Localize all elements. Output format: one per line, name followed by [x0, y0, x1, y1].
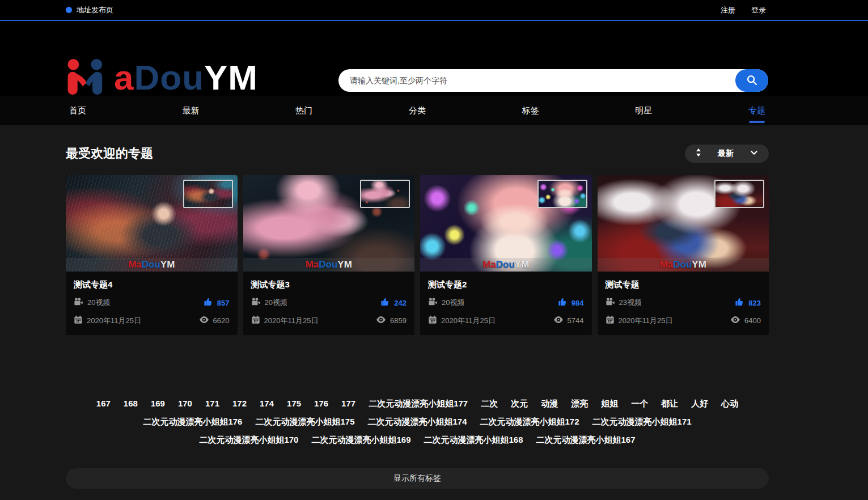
- tag-link[interactable]: 二次: [481, 399, 498, 409]
- logo-text-dou: Dou: [134, 58, 204, 97]
- topic-date: 2020年11月25日: [264, 316, 319, 326]
- sort-selected-label: 最新: [718, 149, 734, 159]
- logo-text-ym: YM: [204, 58, 258, 97]
- logo-text-a: a: [114, 58, 134, 97]
- site-logo[interactable]: aDouYM: [64, 58, 258, 95]
- video-count: 23视频: [619, 298, 642, 308]
- chevron-down-icon: [748, 148, 760, 159]
- tag-link[interactable]: 176: [314, 399, 328, 409]
- topic-title[interactable]: 测试专题: [606, 279, 761, 290]
- tag-link[interactable]: 一个: [631, 399, 648, 409]
- thumb-up-icon[interactable]: [735, 297, 744, 308]
- topic-card[interactable]: MaDouYM测试专题420视频8572020年11月25日6620: [66, 175, 238, 335]
- nav-item[interactable]: 标签: [519, 98, 543, 124]
- nav-item[interactable]: 分类: [405, 98, 429, 124]
- nav-item[interactable]: 明星: [632, 98, 655, 124]
- watermark-ym: YM: [692, 259, 706, 270]
- view-count: 6400: [744, 316, 761, 325]
- cover-pip-thumbnail-icon: [183, 180, 233, 208]
- movie-camera-icon: [428, 298, 438, 308]
- thumb-up-icon[interactable]: [380, 297, 390, 308]
- tag-link[interactable]: 人好: [691, 399, 708, 409]
- like-count: 857: [217, 299, 230, 307]
- tag-link[interactable]: 二次元动漫漂亮小姐姐168: [424, 435, 523, 446]
- topbar: 地址发布页 注册 登录: [0, 0, 868, 21]
- cover-pip-thumbnail-icon: [360, 180, 410, 208]
- watermark-dou: Dou: [142, 259, 160, 270]
- tag-link[interactable]: 动漫: [541, 399, 558, 409]
- calendar-icon: [74, 315, 83, 326]
- watermark-ma: Ma: [660, 259, 674, 270]
- eye-icon: [730, 316, 740, 325]
- login-link[interactable]: 登录: [751, 5, 766, 15]
- search-input[interactable]: [338, 69, 768, 92]
- topic-title[interactable]: 测试专题3: [251, 279, 407, 290]
- sort-dropdown[interactable]: 最新: [685, 145, 769, 163]
- topic-title[interactable]: 测试专题2: [428, 279, 584, 290]
- tag-link[interactable]: 二次元动漫漂亮小姐姐170: [199, 435, 298, 446]
- movie-camera-icon: [251, 298, 261, 308]
- tag-link[interactable]: 二次元动漫漂亮小姐姐172: [480, 417, 579, 427]
- topic-title[interactable]: 测试专题4: [74, 279, 230, 290]
- video-count: 20视频: [87, 298, 110, 308]
- tag-cloud: 167168169170171172174175176177二次元动漫漂亮小姐姐…: [66, 399, 769, 446]
- show-all-tags-button[interactable]: 显示所有标签: [66, 468, 769, 489]
- blue-dot-icon: [66, 7, 72, 13]
- address-page-link[interactable]: 地址发布页: [66, 5, 113, 15]
- nav-item[interactable]: 热门: [292, 98, 316, 124]
- nav-item[interactable]: 最新: [179, 98, 203, 124]
- tag-link[interactable]: 二次元动漫漂亮小姐姐176: [143, 417, 242, 427]
- nav-item[interactable]: 首页: [66, 98, 90, 124]
- tag-link[interactable]: 170: [178, 399, 192, 409]
- content: 最受欢迎的专题 最新 MaDouYM测试专题420视频8572020年11月25…: [66, 145, 769, 489]
- topic-card[interactable]: MaDouYM测试专题23视频8232020年11月25日6400: [598, 175, 769, 335]
- watermark-dou: Dou: [319, 259, 337, 270]
- tag-link[interactable]: 174: [260, 399, 274, 409]
- tag-link[interactable]: 都让: [661, 399, 678, 409]
- tag-link[interactable]: 168: [124, 399, 138, 409]
- search-icon: [746, 74, 758, 88]
- topic-cover-image[interactable]: MaDouYM: [598, 175, 769, 272]
- tag-link[interactable]: 175: [287, 399, 301, 409]
- register-link[interactable]: 注册: [721, 5, 735, 15]
- cover-watermark: MaDouYM: [243, 258, 415, 272]
- topic-date: 2020年11月25日: [441, 316, 496, 326]
- like-count: 242: [394, 299, 407, 307]
- nav-item[interactable]: 专题: [745, 98, 769, 124]
- tag-link[interactable]: 二次元动漫漂亮小姐姐174: [367, 417, 467, 427]
- tag-link[interactable]: 177: [341, 399, 355, 409]
- tag-link[interactable]: 二次元动漫漂亮小姐姐177: [369, 399, 468, 409]
- topic-cover-image[interactable]: MaDouYM: [420, 175, 592, 272]
- view-count: 5744: [568, 316, 584, 325]
- watermark-dou: Dou: [496, 259, 515, 270]
- tag-link[interactable]: 169: [151, 399, 165, 409]
- topic-card[interactable]: MaDouYM测试专题320视频2422020年11月25日6859: [243, 175, 415, 335]
- topic-card[interactable]: MaDouYM测试专题220视频9842020年11月25日5744: [420, 175, 592, 335]
- search-button[interactable]: [735, 69, 768, 92]
- search-box: [338, 69, 768, 92]
- tag-link[interactable]: 次元: [511, 399, 528, 409]
- tag-link[interactable]: 171: [205, 399, 219, 409]
- thumb-up-icon[interactable]: [204, 297, 213, 308]
- logo-people-m-icon: [64, 58, 114, 95]
- tag-link[interactable]: 167: [96, 399, 111, 409]
- watermark-ma: Ma: [128, 259, 142, 270]
- thumb-up-icon[interactable]: [558, 297, 568, 308]
- eye-icon: [553, 316, 564, 325]
- topic-cover-image[interactable]: MaDouYM: [243, 175, 415, 272]
- topic-cover-image[interactable]: MaDouYM: [66, 175, 238, 272]
- main-nav: 首页最新热门分类标签明星专题: [0, 96, 868, 125]
- watermark-ym: YM: [515, 259, 530, 270]
- movie-camera-icon: [74, 298, 83, 308]
- tag-link[interactable]: 姐姐: [601, 399, 618, 409]
- tag-link[interactable]: 漂亮: [571, 399, 588, 409]
- tag-link[interactable]: 二次元动漫漂亮小姐姐169: [311, 435, 410, 446]
- video-count: 20视频: [265, 298, 287, 308]
- tag-link[interactable]: 二次元动漫漂亮小姐姐167: [536, 435, 636, 446]
- tag-link[interactable]: 172: [232, 399, 247, 409]
- tag-link[interactable]: 心动: [721, 399, 738, 409]
- tag-link[interactable]: 二次元动漫漂亮小姐姐171: [592, 417, 692, 427]
- watermark-ym: YM: [337, 259, 352, 270]
- topic-date: 2020年11月25日: [619, 316, 673, 326]
- tag-link[interactable]: 二次元动漫漂亮小姐姐175: [255, 417, 354, 427]
